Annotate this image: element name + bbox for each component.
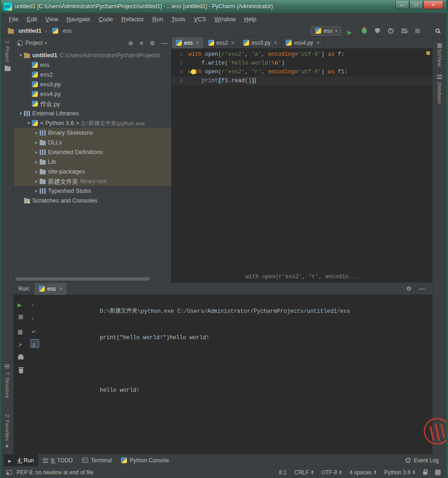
console-line[interactable] <box>47 430 432 454</box>
tree-item[interactable]: ess4.py <box>14 89 171 99</box>
tab-close-icon[interactable]: × <box>196 40 199 46</box>
inspection-profile-icon[interactable] <box>435 470 441 475</box>
menu-item[interactable]: View <box>41 14 62 24</box>
menu-item[interactable]: Window <box>210 14 240 24</box>
tree-item[interactable]: ess <box>14 60 171 70</box>
lock-icon[interactable] <box>423 472 427 475</box>
hide-button[interactable]: — <box>419 285 425 292</box>
code-line[interactable]: 4 print(f1.read()) <box>172 77 432 85</box>
tree-item[interactable]: ▸ Lib <box>14 157 171 167</box>
toolwindow-todo[interactable]: 6: TODO <box>38 454 78 466</box>
interpreter[interactable]: Python 3.6 <box>384 469 415 476</box>
profiler-button[interactable] <box>387 27 395 35</box>
soft-wrap-button[interactable] <box>30 326 39 335</box>
file-encoding[interactable]: UTF-8 <box>322 469 342 476</box>
run-tab[interactable]: ess × <box>35 283 66 295</box>
breadcrumb-project[interactable]: untitled1 <box>6 28 42 34</box>
toolwindow-button-project[interactable]: 1: Project <box>5 41 10 62</box>
up-the-stack-button[interactable] <box>30 299 39 308</box>
hide-button[interactable]: — <box>161 40 167 47</box>
tree-item[interactable]: ▾ untitled1 C:\Users\Administrator\Pycha… <box>14 50 171 60</box>
run-configuration-select[interactable]: ess ▾ <box>311 26 341 36</box>
console-line[interactable] <box>47 404 432 430</box>
settings-button[interactable]: ⚙ <box>406 285 412 292</box>
pin-button[interactable] <box>17 339 25 348</box>
tree-item[interactable]: ▸ 新建文件夹 library root <box>14 176 171 186</box>
tree-item[interactable]: ▾ < Python 3.6 > D:\新建文件夹\python.exe <box>14 118 171 128</box>
down-the-stack-button[interactable] <box>30 312 39 321</box>
view-options-button[interactable]: ≡ <box>140 40 143 47</box>
running-processes-button[interactable] <box>400 27 408 35</box>
breadcrumb-file[interactable]: ess <box>50 28 72 34</box>
tree-arrow-icon[interactable]: ▸ <box>33 188 40 193</box>
menu-item[interactable]: Help <box>240 14 261 24</box>
console-line[interactable] <box>47 351 432 377</box>
caret-position[interactable]: 8:1 <box>279 469 287 476</box>
tree-arrow-icon[interactable]: ▸ <box>33 130 40 135</box>
console-line[interactable]: D:\新建文件夹\python.exe C:/Users/Administrat… <box>47 299 432 325</box>
console-line[interactable]: hello world! <box>47 377 432 404</box>
toolwindow-button-sciview[interactable]: SciView <box>437 49 442 67</box>
restore-layout-button[interactable] <box>17 326 25 335</box>
title-bar[interactable]: PC untitled1 [C:\Users\Administrator\Pyc… <box>1 0 446 13</box>
tree-arrow-icon[interactable]: ▸ <box>33 169 40 174</box>
tree-arrow-icon[interactable]: ▾ <box>18 53 24 58</box>
tree-item[interactable]: ▸ Binary Skeletons <box>14 128 171 137</box>
database-icon[interactable] <box>437 75 442 79</box>
chevron-down-icon[interactable]: ▾ <box>45 41 47 45</box>
tree-arrow-icon[interactable]: ▾ <box>25 120 32 125</box>
code-line[interactable]: 2 f.write('hello world!\n') <box>172 59 432 68</box>
code-text[interactable]: print(f1.read()) <box>188 77 256 85</box>
search-everywhere-button[interactable] <box>433 27 442 35</box>
menu-item[interactable]: Run <box>148 14 167 24</box>
tree-item[interactable]: Scratches and Consoles <box>14 196 171 205</box>
run-button[interactable] <box>346 27 355 35</box>
editor-tab-ess4[interactable]: ess4.py × <box>281 37 324 48</box>
run-console[interactable]: D:\新建文件夹\python.exe C:/Users/Administrat… <box>42 295 432 454</box>
project-panel-title[interactable]: Project <box>25 40 42 46</box>
settings-button[interactable]: ⚙ <box>149 40 155 47</box>
toolwindow-terminal[interactable]: Terminal <box>78 454 116 466</box>
editor-tab-ess3[interactable]: ess3.py × <box>239 37 281 48</box>
tree-item[interactable]: 作业.py <box>14 99 171 108</box>
tree-item[interactable]: ▸ site-packages <box>14 167 171 176</box>
menu-item[interactable]: Edit <box>23 14 41 24</box>
tree-item[interactable]: ▸ Typeshed Stubs <box>14 186 171 196</box>
toolwindow-button-database[interactable]: Database <box>437 82 442 104</box>
stop-button[interactable] <box>413 27 422 35</box>
tree-item[interactable]: ▾ External Libraries <box>14 108 171 118</box>
tab-close-icon[interactable]: × <box>59 286 62 292</box>
line-separator[interactable]: CRLF <box>294 469 313 476</box>
code-line[interactable]: 3with open(r'ess2', 'r', encoding='utf-8… <box>172 68 432 77</box>
indent-style[interactable]: 4 spaces <box>350 469 376 476</box>
minimize-button[interactable]: — <box>395 1 409 9</box>
menu-item[interactable]: File <box>5 14 23 24</box>
sciview-icon[interactable] <box>437 41 443 47</box>
print-button[interactable] <box>17 353 25 361</box>
debug-button[interactable] <box>360 27 368 35</box>
structure-icon[interactable] <box>5 364 10 369</box>
code-text[interactable]: with open(r'ess2', 'r', encoding='utf-8'… <box>188 68 348 77</box>
maximize-button[interactable]: □ <box>409 1 423 9</box>
tree-arrow-icon[interactable]: ▾ <box>18 111 24 116</box>
editor-tab-ess[interactable]: ess × <box>172 37 204 48</box>
scroll-to-end-button[interactable] <box>30 339 39 348</box>
breadcrumb-separator[interactable]: › <box>45 28 49 33</box>
locate-button[interactable]: ⊕ <box>128 40 133 47</box>
menu-item[interactable]: VCS <box>190 14 210 24</box>
status-message[interactable]: PEP 8: no newline at end of file <box>17 469 94 476</box>
tree-arrow-icon[interactable]: ▸ <box>33 149 40 155</box>
tree-item[interactable]: ▸ Extended Definitions <box>14 147 171 157</box>
menu-item[interactable]: Navigate <box>62 14 94 24</box>
code-text[interactable]: with open(r'ess2', 'a', encoding='utf-8'… <box>188 50 345 59</box>
event-log-button[interactable]: Event Log <box>406 457 443 464</box>
menu-item[interactable]: Refactor <box>117 14 148 24</box>
code-editor[interactable]: 1with open(r'ess2', 'a', encoding='utf-8… <box>172 49 432 282</box>
menu-item[interactable]: Tools <box>167 14 190 24</box>
code-text[interactable]: f.write('hello world!\n') <box>188 59 285 68</box>
tab-close-icon[interactable]: × <box>274 40 277 46</box>
tree-arrow-icon[interactable]: ▸ <box>33 159 40 164</box>
tree-arrow-icon[interactable]: ▸ <box>33 179 40 184</box>
rerun-button[interactable] <box>17 299 25 308</box>
toolwindow-python-console[interactable]: Python Console <box>116 454 173 466</box>
